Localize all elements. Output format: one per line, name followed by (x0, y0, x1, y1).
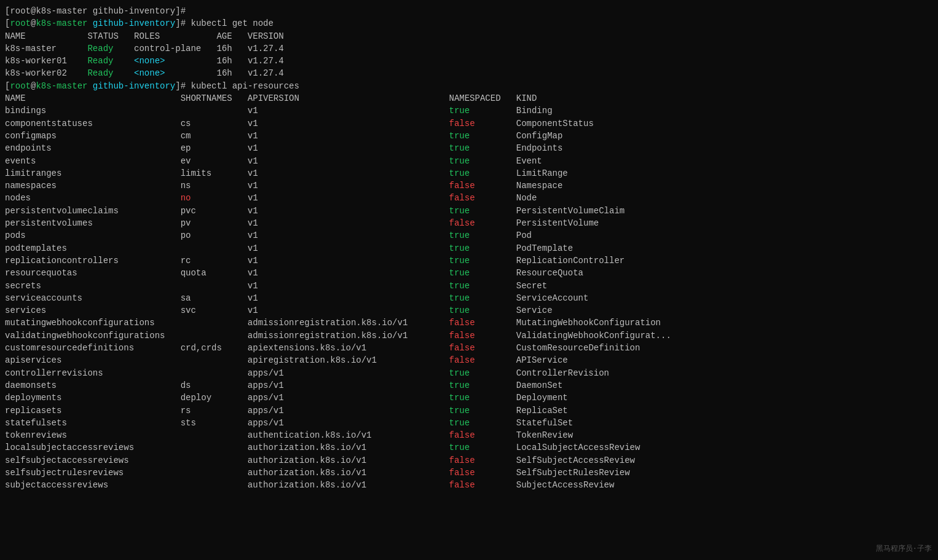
line-api-resources-cmd: [root@k8s-master github-inventory]# kube… (5, 80, 933, 92)
node-worker02-name: k8s-worker02 (5, 67, 87, 79)
node-row-worker02: k8s-worker02 Ready <none> 16h v1.27.4 (5, 67, 933, 79)
node-worker02-status: Ready (87, 67, 113, 79)
api-row-ssar: selfsubjectaccessreviews authorization.k… (5, 454, 933, 467)
api-row-secrets: secrets v1 true Secret (5, 280, 933, 292)
api-row-rs: replicasets rs apps/v1 true ReplicaSet (5, 404, 933, 417)
r-apis-name: apiservices apiregistration.k8s.io/v1 (5, 354, 449, 366)
r-ep-name: endpoints ep v1 (5, 142, 449, 154)
r-rs-ns: true (449, 404, 470, 417)
r-cs-name: componentstatuses cs v1 (5, 117, 449, 130)
r-cs-kind: ComponentStatus (475, 117, 594, 130)
prompt-path: github-inventory (93, 17, 175, 30)
node-worker01-rest: 16h v1.27.4 (165, 55, 283, 67)
api-row-ssrr: selfsubjectrulesreviews authorization.k8… (5, 467, 933, 479)
api-row-controllerrevisions: controllerrevisions apps/v1 true Control… (5, 367, 933, 379)
node-worker02-roles: <none> (134, 67, 165, 79)
r-ns-ns: false (449, 179, 475, 192)
r-pt-kind: PodTemplate (470, 242, 573, 254)
node-worker02-space (113, 67, 134, 79)
line-node-header: NAME STATUS ROLES AGE VERSION (5, 30, 933, 42)
api-header: NAME SHORTNAMES APIVERSION NAMESPACED KI… (5, 92, 537, 105)
api-row-podtemplates: podtemplates v1 true PodTemplate (5, 242, 933, 254)
r-pv-kind: PersistentVolume (475, 217, 599, 229)
api-row-deploy: deployments deploy apps/v1 true Deployme… (5, 392, 933, 404)
node-master-rest: control-plane 16h v1.27.4 (113, 42, 283, 55)
r-rc-ns: true (449, 254, 470, 267)
r-no-short: no (181, 192, 191, 204)
r-mwc-kind: MutatingWebhookConfiguration (475, 317, 661, 329)
api-row-mwc: mutatingwebhookconfigurations admissionr… (5, 317, 933, 329)
api-row-subjectaccessreviews: subjectaccessreviews authorization.k8s.i… (5, 479, 933, 491)
prompt-user: root (10, 17, 31, 30)
r-cs-ns: false (449, 117, 475, 130)
r-cm-kind: ConfigMap (470, 130, 562, 142)
r-tr-kind: TokenReview (475, 429, 573, 441)
r-pt-name: podtemplates v1 (5, 242, 449, 254)
r-sa-name: serviceaccounts sa v1 (5, 292, 449, 304)
r-no-space: v1 (191, 192, 449, 204)
api-row-lsar: localsubjectaccessreviews authorization.… (5, 441, 933, 454)
r-po-name: pods po v1 (5, 229, 449, 242)
r-lsar-ns: true (449, 441, 470, 454)
prompt2-user: root (10, 80, 31, 92)
r-po-ns: true (449, 229, 470, 242)
node-row-worker01: k8s-worker01 Ready <none> 16h v1.27.4 (5, 55, 933, 67)
r-ssar-ns: false (449, 454, 475, 467)
r-quota-ns: true (449, 267, 470, 279)
r-pv-name: persistentvolumes pv v1 (5, 217, 449, 229)
r-pt-ns: true (449, 242, 470, 254)
r-rs-kind: ReplicaSet (470, 404, 568, 417)
api-row-crd: customresourcedefinitions crd,crds apiex… (5, 342, 933, 354)
prompt-at: @ (31, 17, 36, 30)
r-ep-kind: Endpoints (470, 142, 562, 154)
node-worker01-name: k8s-worker01 (5, 55, 87, 67)
r-cm-name: configmaps cm v1 (5, 130, 449, 142)
r-po-kind: Pod (470, 229, 532, 242)
r-crd-kind: CustomResourceDefinition (475, 342, 640, 354)
api-row-tokenreviews: tokenreviews authentication.k8s.io/v1 fa… (5, 429, 933, 441)
r-bindings-ns: true (449, 105, 470, 117)
prompt2-hostname: k8s-master (36, 80, 87, 92)
r-deploy-name: deployments deploy apps/v1 (5, 392, 449, 404)
r-ds-ns: true (449, 379, 470, 392)
api-row-events: events ev v1 true Event (5, 155, 933, 167)
node-worker01-status: Ready (87, 55, 113, 67)
api-row-namespaces: namespaces ns v1 false Namespace (5, 179, 933, 192)
r-vwc-ns: false (449, 329, 475, 342)
r-quota-name: resourcequotas quota v1 (5, 267, 449, 279)
api-row-quota: resourcequotas quota v1 true ResourceQuo… (5, 267, 933, 279)
prompt2-bracket-open: [ (5, 80, 10, 92)
prev-output: [root@k8s-master github-inventory]# (5, 5, 186, 17)
api-row-vwc: validatingwebhookconfigurations admissio… (5, 329, 933, 342)
r-ssar-kind: SelfSubjectAccessReview (475, 454, 635, 467)
r-vwc-kind: ValidatingWebhookConfigurat... (475, 329, 671, 342)
cmd-get-node: kubectl get node (191, 17, 273, 30)
r-cr-ns: true (449, 367, 470, 379)
r-rc-kind: ReplicationController (470, 254, 625, 267)
api-row-pv: persistentvolumes pv v1 false Persistent… (5, 217, 933, 229)
r-pvc-kind: PersistentVolumeClaim (470, 205, 625, 217)
r-limits-kind: LimitRange (470, 167, 568, 179)
prompt2-at: @ (31, 80, 36, 92)
r-crd-ns: false (449, 342, 475, 354)
r-cr-kind: ControllerRevision (470, 367, 609, 379)
r-deploy-ns: true (449, 392, 470, 404)
r-subjar-kind: SubjectAccessReview (475, 479, 615, 491)
r-pv-ns: false (449, 217, 475, 229)
api-row-rc: replicationcontrollers rc v1 true Replic… (5, 254, 933, 267)
terminal: [root@k8s-master github-inventory]# [roo… (5, 5, 933, 560)
r-ssrr-kind: SelfSubjectRulesReview (475, 467, 630, 479)
node-worker02-rest: 16h v1.27.4 (165, 67, 283, 79)
r-sec-kind: Secret (470, 280, 547, 292)
r-tr-name: tokenreviews authentication.k8s.io/v1 (5, 429, 449, 441)
node-header-name: NAME STATUS ROLES AGE VERSION (5, 30, 284, 42)
r-sts-kind: StatefulSet (470, 417, 573, 429)
r-bindings-kind: Binding (470, 105, 552, 117)
node-row-master: k8s-master Ready control-plane 16h v1.27… (5, 42, 933, 55)
r-pvc-ns: true (449, 205, 470, 217)
r-cr-name: controllerrevisions apps/v1 (5, 367, 449, 379)
r-tr-ns: false (449, 429, 475, 441)
api-row-sa: serviceaccounts sa v1 true ServiceAccoun… (5, 292, 933, 304)
node-worker01-space (113, 55, 134, 67)
r-sa-ns: true (449, 292, 470, 304)
